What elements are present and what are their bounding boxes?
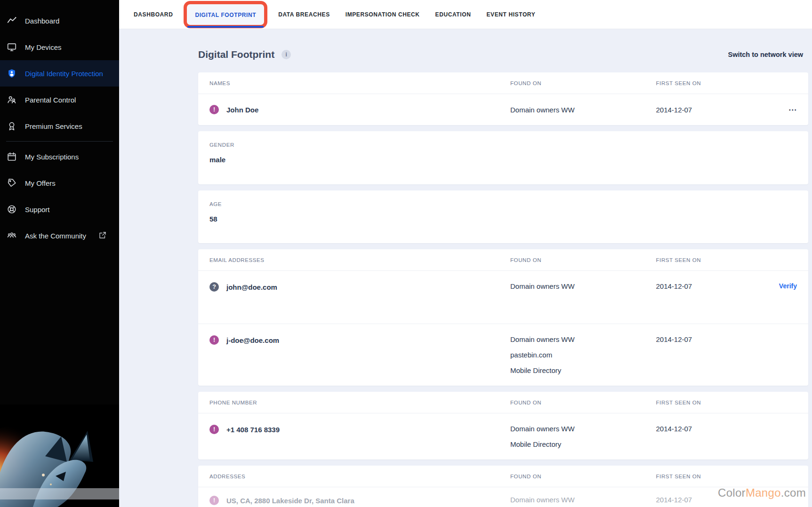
sidebar-item-my-offers[interactable]: My Offers [0, 170, 119, 196]
sidebar-item-label: My Subscriptions [25, 153, 79, 161]
watermark-color: Color [718, 486, 746, 499]
found-on-value: Domain owners WW [510, 425, 656, 433]
sidebar-item-ask-the-community[interactable]: Ask the Community [0, 222, 119, 249]
age-label: AGE [209, 201, 797, 207]
phone-value: +1 408 716 8339 [226, 426, 280, 434]
sidebar-item-label: Premium Services [25, 122, 82, 130]
tab-digital-footprint[interactable]: DIGITAL FOOTPRINT [195, 12, 256, 18]
names-card: NAMES FOUND ON FIRST SEEN ON ! John Doe … [198, 72, 808, 125]
colormango-watermark: ColorMango.com [718, 486, 806, 499]
found-on-value: Domain owners WW [510, 496, 656, 504]
award-icon [6, 120, 17, 132]
bottom-overlay-bar [0, 488, 119, 499]
names-column-header: NAMES [209, 80, 510, 86]
first-seen-column-header: FIRST SEEN ON [656, 474, 797, 479]
alert-icon: ! [209, 425, 219, 434]
found-on-value: Mobile Directory [510, 440, 656, 448]
first-seen-column-header: FIRST SEEN ON [656, 400, 797, 405]
alert-icon: ! [209, 496, 219, 505]
table-row: ! +1 408 716 8339 Domain owners WW Mobil… [198, 413, 808, 459]
sidebar-item-digital-identity-protection[interactable]: Digital Identity Protection [0, 60, 119, 87]
watermark-com: .com [781, 486, 806, 499]
lifebuoy-icon [6, 204, 17, 215]
page-title: Digital Footprint [198, 49, 274, 60]
found-on-value: Domain owners WW [510, 106, 656, 114]
shield-person-icon [6, 68, 17, 79]
tab-bar: DASHBOARD DIGITAL FOOTPRINT DATA BREACHE… [119, 0, 812, 29]
gender-value: male [209, 156, 797, 164]
first-seen-value: 2014-12-07 [656, 282, 779, 290]
more-options-icon[interactable]: ⋯ [788, 105, 797, 115]
sidebar-item-dashboard[interactable]: Dashboard [0, 8, 119, 34]
tab-event-history[interactable]: EVENT HISTORY [486, 11, 535, 18]
first-seen-column-header: FIRST SEEN ON [656, 257, 797, 263]
found-on-value: Domain owners WW [510, 282, 656, 290]
community-icon [6, 230, 17, 241]
sidebar-item-my-devices[interactable]: My Devices [0, 34, 119, 60]
table-row: ? john@doe.com Domain owners WW 2014-12-… [198, 271, 808, 324]
age-card: AGE 58 [198, 190, 808, 243]
email-value: john@doe.com [226, 283, 277, 291]
info-icon[interactable]: i [281, 50, 291, 59]
sidebar-item-label: My Offers [25, 179, 56, 187]
sidebar-item-my-subscriptions[interactable]: My Subscriptions [0, 143, 119, 170]
first-seen-value: 2014-12-07 [656, 335, 797, 343]
email-value: j-doe@doe.com [226, 336, 279, 344]
first-seen-column-header: FIRST SEEN ON [656, 80, 797, 86]
sidebar-item-support[interactable]: Support [0, 196, 119, 222]
first-seen-value: 2014-12-07 [656, 106, 788, 114]
found-on-column-header: FOUND ON [510, 257, 656, 263]
addresses-card: ADDRESSES FOUND ON FIRST SEEN ON ! US, C… [198, 466, 808, 507]
sidebar-item-label: Support [25, 206, 50, 214]
found-on-column-header: FOUND ON [510, 400, 656, 405]
alert-icon: ! [209, 105, 219, 114]
watermark-mango: Mango [746, 486, 781, 499]
sidebar-item-premium-services[interactable]: Premium Services [0, 113, 119, 139]
address-value: US, CA, 2880 Lakeside Dr, Santa Clara [226, 497, 354, 505]
main-area: DASHBOARD DIGITAL FOOTPRINT DATA BREACHE… [119, 0, 812, 507]
found-on-value: pastebin.com [510, 351, 656, 359]
gender-label: GENDER [209, 142, 797, 148]
age-value: 58 [209, 215, 797, 223]
phone-column-header: PHONE NUMBER [209, 400, 510, 405]
tab-impersonation-check[interactable]: IMPERSONATION CHECK [346, 11, 420, 18]
monitor-icon [6, 41, 17, 53]
sidebar: Dashboard My Devices Digital Identity Pr… [0, 0, 119, 507]
tab-data-breaches[interactable]: DATA BREACHES [278, 11, 330, 18]
annotation-highlight-box: DIGITAL FOOTPRINT [184, 1, 267, 28]
sidebar-item-label: Digital Identity Protection [25, 70, 103, 78]
sidebar-item-label: Parental Control [25, 96, 76, 104]
sidebar-item-label: My Devices [25, 43, 62, 51]
sidebar-item-label: Dashboard [25, 17, 59, 25]
email-addresses-card: EMAIL ADDRESSES FOUND ON FIRST SEEN ON ?… [198, 249, 808, 386]
table-row: ! j-doe@doe.com Domain owners WW pastebi… [198, 324, 808, 386]
table-row: ! John Doe Domain owners WW 2014-12-07 ⋯ [198, 94, 808, 125]
question-icon: ? [209, 282, 219, 292]
addresses-column-header: ADDRESSES [209, 474, 510, 479]
found-on-column-header: FOUND ON [510, 80, 656, 86]
switch-to-network-view-link[interactable]: Switch to network view [728, 51, 803, 58]
alert-icon: ! [209, 335, 219, 345]
tag-icon [6, 177, 17, 189]
tab-education[interactable]: EDUCATION [435, 11, 471, 18]
found-on-value: Mobile Directory [510, 366, 656, 374]
calendar-icon [6, 151, 17, 162]
external-link-icon [98, 231, 107, 241]
tab-dashboard[interactable]: DASHBOARD [134, 11, 173, 18]
sidebar-item-parental-control[interactable]: Parental Control [0, 87, 119, 113]
chart-line-icon [6, 15, 17, 26]
verify-link[interactable]: Verify [779, 282, 797, 290]
sidebar-item-label: Ask the Community [25, 232, 86, 240]
parental-control-icon [6, 94, 17, 105]
phone-number-card: PHONE NUMBER FOUND ON FIRST SEEN ON ! +1… [198, 392, 808, 459]
name-value: John Doe [226, 106, 258, 114]
emails-column-header: EMAIL ADDRESSES [209, 257, 510, 263]
table-row: ! US, CA, 2880 Lakeside Dr, Santa Clara … [198, 487, 808, 507]
first-seen-value: 2014-12-07 [656, 425, 797, 433]
gender-card: GENDER male [198, 131, 808, 184]
found-on-value: Domain owners WW [510, 335, 656, 343]
sidebar-divider [6, 141, 113, 142]
found-on-column-header: FOUND ON [510, 474, 656, 479]
content-area: Digital Footprint i Switch to network vi… [119, 29, 812, 507]
